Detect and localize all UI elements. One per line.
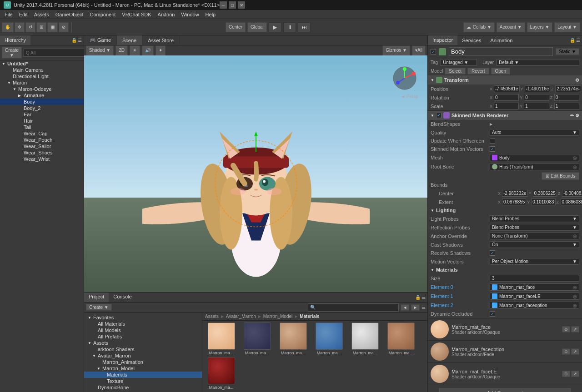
close-button[interactable]: ✕ — [238, 1, 245, 9]
element2-ref[interactable]: Marron_mat_faceoption ◎ — [490, 302, 579, 309]
project-tree-item[interactable]: Marron_Animation — [84, 359, 202, 365]
project-create-button[interactable]: Create ▼ — [86, 304, 112, 311]
edit-bounds-button[interactable]: ⊞ Edit Bounds — [542, 172, 579, 180]
file-item[interactable]: Marron_ma... — [240, 323, 274, 355]
quality-dropdown[interactable]: Auto ▼ — [490, 129, 579, 136]
menu-item-arktoon[interactable]: Arktoon — [155, 11, 178, 18]
position-x-val[interactable]: -7.450581e — [494, 85, 520, 92]
file-item[interactable]: Marron_ma... — [384, 323, 418, 355]
next-button[interactable]: ► — [411, 304, 420, 311]
tree-item[interactable]: ▼Untitled* — [0, 60, 84, 67]
scale-z-val[interactable]: 1 — [554, 103, 579, 109]
revert-button[interactable]: Revert — [467, 68, 489, 74]
blendshapes-expand[interactable]: ▶ — [490, 122, 492, 126]
tree-item[interactable]: Wear_Pouch — [0, 137, 84, 143]
project-tree-item[interactable]: All Models — [84, 327, 202, 333]
update-offscreen-checkbox[interactable] — [490, 138, 495, 144]
step-button[interactable]: ⏭ — [298, 22, 311, 32]
smr-edit-icon[interactable]: ✏ — [570, 113, 574, 118]
audio-button[interactable]: 🔊 — [142, 45, 154, 55]
select-button[interactable]: Select — [445, 68, 466, 74]
mat-facele-select-btn[interactable]: ⊙ — [562, 371, 570, 377]
smr-settings-icon[interactable]: ⚙ — [575, 113, 579, 118]
project-tree-item[interactable]: All Prefabs — [84, 333, 202, 340]
mat-faceoption-select-btn[interactable]: ⊙ — [562, 348, 570, 355]
scale-tool[interactable]: ⊞ — [36, 22, 46, 32]
inspector-lock-icon[interactable]: 🔒 — [570, 38, 575, 43]
lock-icon[interactable]: 🔒 — [415, 295, 421, 300]
minimize-button[interactable]: ─ — [220, 1, 227, 9]
file-item[interactable]: Marron_ma... — [204, 357, 238, 390]
inspector-tab[interactable]: Inspector — [428, 35, 457, 45]
static-button[interactable]: Static ▼ — [556, 48, 579, 55]
size-field[interactable]: 3 — [490, 275, 579, 282]
scene-viewport[interactable]: ◄ Persp — [84, 55, 427, 292]
center-z-val[interactable]: -0.0040816 — [562, 190, 582, 197]
project-tree-item[interactable]: Materials — [84, 372, 202, 378]
effects-button[interactable]: ✦ — [156, 45, 166, 55]
mesh-ref[interactable]: Body ◎ — [490, 154, 579, 161]
element0-ref[interactable]: Marron_mat_face ◎ — [490, 283, 579, 291]
scale-x-val[interactable]: 1 — [494, 103, 519, 109]
file-item[interactable]: Marron_ma... — [348, 323, 382, 355]
menu-item-component[interactable]: Component — [87, 11, 118, 18]
tree-item[interactable]: Body — [0, 99, 84, 105]
root-bone-ref[interactable]: Hips (Transform) ◎ — [490, 163, 579, 170]
mesh-select-icon[interactable]: ◎ — [573, 155, 577, 160]
tree-item[interactable]: ▼Maron-Oddeye — [0, 86, 84, 92]
mat-facele-goto-btn[interactable]: ↗ — [571, 371, 579, 377]
project-tab[interactable]: Project — [84, 293, 109, 302]
lighting-header[interactable]: ▼ Lighting — [428, 206, 582, 214]
tree-item[interactable]: Tail — [0, 124, 84, 130]
menu-item-assets[interactable]: Assets — [31, 11, 52, 18]
tree-item[interactable]: Directional Light — [0, 73, 84, 79]
file-item[interactable]: Marron_ma... — [312, 323, 346, 355]
layers-button[interactable]: Layers ▼ — [527, 22, 553, 32]
position-y-val[interactable]: -1.490116e — [525, 85, 551, 92]
elem1-select-icon[interactable]: ◎ — [573, 294, 577, 299]
hierarchy-search[interactable] — [24, 49, 86, 57]
rotation-y-val[interactable]: 0 — [524, 94, 549, 101]
smr-header[interactable]: ▼ Skinned Mesh Renderer ✏ ⚙ — [428, 111, 582, 120]
project-tree-item[interactable]: Texture — [84, 378, 202, 384]
panel-menu-icon[interactable]: ☰ — [421, 305, 426, 310]
pause-button[interactable]: ⏸ — [283, 22, 296, 32]
maximize-button[interactable]: □ — [229, 1, 236, 9]
project-tree-item[interactable]: All Materials — [84, 321, 202, 327]
rect-tool[interactable]: ▣ — [47, 22, 58, 32]
hand-tool[interactable]: ✋ — [2, 22, 14, 32]
inspector-menu-icon[interactable]: ☰ — [576, 38, 580, 43]
object-name-field[interactable] — [449, 47, 553, 56]
menu-item-vrchat-sdk[interactable]: VRChat SDK — [119, 11, 154, 18]
services-tab[interactable]: Services — [457, 35, 486, 45]
mat-face-goto-btn[interactable]: ↗ — [571, 326, 579, 332]
tree-item[interactable]: ▼Maron — [0, 79, 84, 86]
extent-z-val[interactable]: 0.08660384 — [561, 198, 582, 205]
collab-button[interactable]: ☁ Collab ▼ — [463, 22, 495, 32]
transform-header[interactable]: ▼ Transform ⚙ — [428, 75, 582, 84]
rotate-tool[interactable]: ↺ — [25, 22, 35, 32]
light-button[interactable]: ☀ — [130, 45, 140, 55]
account-button[interactable]: Account ▼ — [497, 22, 525, 32]
active-checkbox[interactable] — [431, 49, 436, 55]
bone-select-icon[interactable]: ◎ — [573, 164, 577, 169]
light-probes-dropdown[interactable]: Blend Probes ▼ — [490, 215, 579, 222]
tree-item[interactable]: Wear_Shoes — [0, 149, 84, 156]
skinned-motion-checkbox[interactable] — [490, 146, 495, 152]
search-box[interactable]: 🔍 — [308, 303, 399, 312]
animation-tab[interactable]: Animation — [486, 35, 517, 45]
layer-dropdown[interactable]: Default ▼ — [497, 59, 579, 66]
layout-button[interactable]: Layout ▼ — [554, 22, 580, 32]
anchor-select-icon[interactable]: ◎ — [573, 233, 577, 238]
console-tab[interactable]: Console — [109, 293, 136, 302]
file-item[interactable]: Marron_ma... — [276, 323, 310, 355]
elem2-select-icon[interactable]: ◎ — [573, 303, 577, 308]
mat-face-select-btn[interactable]: ⊙ — [562, 326, 570, 332]
tree-item[interactable]: ▶Armature — [0, 92, 84, 99]
project-tree-item[interactable]: DynamicBone — [84, 384, 202, 391]
tag-dropdown[interactable]: Untagged ▼ — [441, 59, 477, 66]
menu-item-window[interactable]: Window — [178, 11, 201, 18]
asset-store-tab[interactable]: Asset Store — [142, 35, 180, 45]
position-z-val[interactable]: 2.235174e- — [555, 85, 581, 92]
tree-item[interactable]: Ear — [0, 111, 84, 118]
